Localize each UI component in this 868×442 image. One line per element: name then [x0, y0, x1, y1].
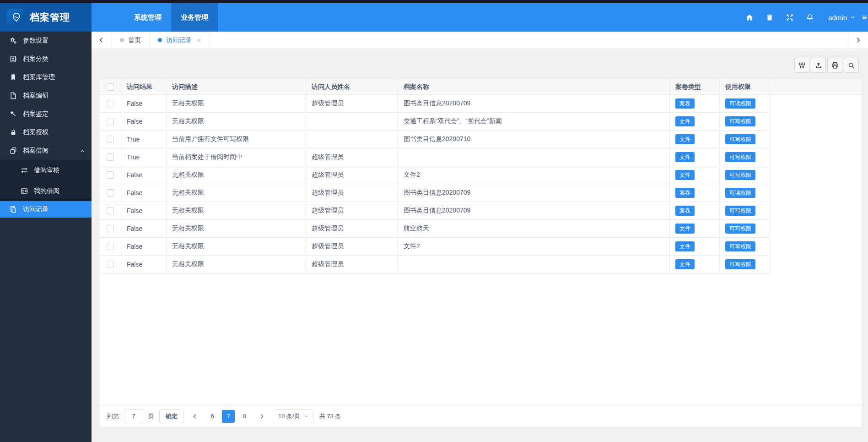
- sidebar-item-label: 档案分类: [23, 55, 49, 63]
- sidebar-item-classify[interactable]: 档案分类: [0, 50, 92, 68]
- tabs-scroll-right-icon[interactable]: [848, 32, 868, 49]
- sidebar-item-appraisal[interactable]: 档案鉴定: [0, 105, 92, 123]
- type-badge[interactable]: 文件: [675, 116, 695, 126]
- perm-badge[interactable]: 可写权限: [725, 116, 755, 126]
- cell-text: 文件2: [404, 171, 420, 179]
- tab-home[interactable]: 首页: [112, 32, 150, 49]
- type-badge[interactable]: 案卷: [675, 206, 695, 216]
- header-notifications-button[interactable]: [800, 14, 820, 21]
- cell-archive-name: 交通工程系“双代会”、“党代会”新闻: [398, 113, 670, 130]
- cell-text: 超级管理员: [312, 189, 344, 197]
- top-menu-system[interactable]: 系统管理: [124, 3, 171, 32]
- row-checkbox[interactable]: [107, 100, 114, 107]
- row-checkbox[interactable]: [107, 118, 114, 125]
- header-fullscreen-button[interactable]: [780, 14, 800, 21]
- type-badge[interactable]: 案卷: [675, 188, 695, 198]
- row-checkbox[interactable]: [107, 207, 114, 214]
- row-checkbox[interactable]: [107, 261, 114, 268]
- select-all-checkbox[interactable]: [107, 83, 114, 91]
- goto-label: 到第: [107, 412, 119, 420]
- table-body: False无相关权限超级管理员图书类目信息20200709案卷可读权限False…: [100, 95, 862, 273]
- prev-page-icon[interactable]: [189, 409, 201, 423]
- cell-text: False: [127, 225, 142, 232]
- chevron-up-icon: [80, 148, 85, 153]
- bell-icon: [806, 14, 814, 21]
- page-number-6[interactable]: 6: [206, 410, 219, 423]
- goto-confirm-button[interactable]: 确定: [159, 409, 184, 423]
- print-button[interactable]: [827, 58, 842, 73]
- row-checkbox[interactable]: [107, 136, 114, 143]
- cell-access-desc: 无相关权限: [167, 202, 306, 219]
- type-badge[interactable]: 文件: [675, 170, 695, 180]
- row-checkbox[interactable]: [107, 243, 114, 250]
- sidebar-item-label: 我的借阅: [34, 187, 59, 195]
- export-button[interactable]: [811, 58, 826, 73]
- sidebar-item-authorize[interactable]: 档案授权: [0, 123, 92, 142]
- total-count: 共 73 条: [319, 412, 341, 420]
- perm-badge[interactable]: 可读权限: [725, 188, 755, 198]
- page-number-8[interactable]: 8: [238, 410, 251, 423]
- perm-badge[interactable]: 可写权限: [725, 206, 755, 216]
- row-checkbox[interactable]: [107, 171, 114, 179]
- next-page-icon[interactable]: [256, 409, 268, 423]
- goto-page-input[interactable]: [124, 409, 143, 423]
- cell-text: 超级管理员: [312, 224, 344, 233]
- chevron-down-icon: [850, 15, 855, 20]
- cell-access-result: False: [121, 184, 167, 202]
- file-copy-icon: [9, 206, 17, 213]
- user-menu[interactable]: admin: [820, 14, 863, 22]
- type-badge[interactable]: 文件: [675, 152, 695, 162]
- table-rows: False无相关权限超级管理员图书类目信息20200709案卷可读权限False…: [100, 95, 770, 273]
- page-size-select[interactable]: 10 条/页: [273, 409, 313, 423]
- tab-bar: 首页访问记录×: [92, 32, 868, 49]
- tab-close-icon[interactable]: ×: [197, 37, 201, 44]
- row-checkbox[interactable]: [107, 225, 114, 232]
- perm-badge[interactable]: 可写权限: [725, 259, 755, 269]
- perm-badge[interactable]: 可写权限: [725, 152, 755, 162]
- top-menu-business[interactable]: 业务管理: [171, 3, 218, 32]
- page-number-7[interactable]: 7: [222, 410, 235, 423]
- sidebar-item-access-log[interactable]: 访问记录: [0, 201, 92, 218]
- sidebar-item-my-borrow[interactable]: 我的借阅: [0, 180, 92, 201]
- perm-badge[interactable]: 可写权限: [725, 134, 755, 144]
- perm-badge[interactable]: 可写权限: [725, 170, 755, 180]
- cell-archive-name: 图书类目信息20200709: [398, 184, 670, 202]
- menu-fold-icon[interactable]: [92, 3, 124, 32]
- cell-text: False: [127, 100, 142, 107]
- cell-text: 当前用户拥有文件可写权限: [172, 135, 249, 143]
- cell-access-desc: 无相关权限: [167, 220, 306, 237]
- sidebar-item-params[interactable]: 参数设置: [0, 32, 92, 50]
- perm-badge[interactable]: 可读权限: [725, 98, 755, 109]
- type-badge[interactable]: 案卷: [675, 98, 695, 109]
- cell-perm-badge: 可写权限: [720, 148, 770, 166]
- header-home-button[interactable]: [739, 14, 760, 21]
- sidebar-item-borrow[interactable]: 档案借阅: [0, 142, 92, 160]
- cell-text: 无相关权限: [172, 189, 204, 197]
- cell-person-name: 超级管理员: [306, 256, 398, 273]
- tabs-scroll-left-icon[interactable]: [92, 32, 112, 49]
- sidebar-item-borrow-review[interactable]: 借阅审核: [0, 160, 92, 180]
- type-badge[interactable]: 文件: [675, 259, 695, 269]
- columns-button[interactable]: [794, 58, 809, 73]
- row-checkbox-cell: [100, 148, 121, 166]
- type-badge[interactable]: 文件: [675, 241, 695, 251]
- cell-text: False: [127, 189, 142, 196]
- cell-access-desc: 当前档案处于借阅时间中: [167, 148, 306, 166]
- table-row: True当前档案处于借阅时间中超级管理员文件可写权限: [100, 148, 770, 166]
- header-icon-group: [739, 14, 820, 21]
- header-trash-button[interactable]: [760, 14, 780, 21]
- type-badge[interactable]: 文件: [675, 224, 695, 234]
- sidebar-item-repository[interactable]: 档案库管理: [0, 68, 92, 87]
- row-checkbox[interactable]: [107, 189, 114, 196]
- tab-access-log[interactable]: 访问记录×: [150, 32, 210, 49]
- sidebar-item-research[interactable]: 档案编研: [0, 87, 92, 105]
- perm-badge[interactable]: 可写权限: [725, 241, 755, 251]
- list-icon[interactable]: [863, 14, 868, 21]
- gavel-icon: [9, 110, 17, 118]
- type-badge[interactable]: 文件: [675, 134, 695, 144]
- row-checkbox[interactable]: [107, 153, 114, 161]
- lock-icon: [9, 129, 17, 136]
- zoom-button[interactable]: [844, 58, 859, 73]
- cell-archive-name: 图书类目信息20200709: [398, 202, 670, 219]
- perm-badge[interactable]: 可写权限: [725, 224, 755, 234]
